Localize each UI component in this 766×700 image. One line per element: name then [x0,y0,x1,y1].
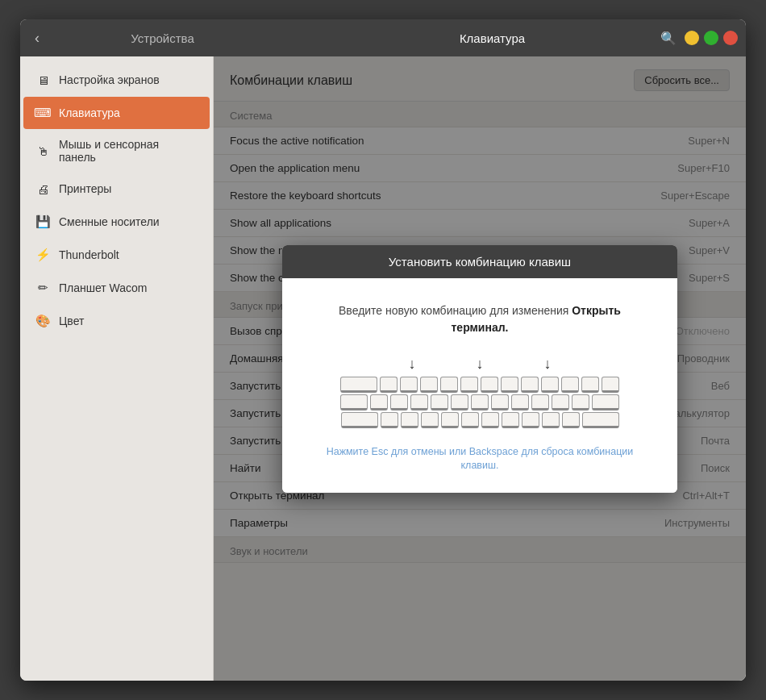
keyboard-icon: ⌨ [35,105,51,121]
close-button[interactable] [723,31,738,45]
modal-overlay: Установить комбинацию клавиш Введите нов… [214,56,746,681]
sidebar-item-color[interactable]: 🎨 Цвет [23,305,210,337]
section-title: Устройства [20,31,327,45]
key-d [410,394,428,410]
key-shift-r [582,412,619,428]
sidebar-label-printer: Принтеры [59,182,111,195]
key-q [380,377,398,393]
sidebar-item-printer[interactable]: 🖨 Принтеры [23,173,210,205]
key-arrows: ↓ ↓ ↓ [409,356,552,373]
key-a [370,394,388,410]
key-n [481,412,499,428]
content-area: Комбинации клавиш Сбросить все... Систем… [214,56,746,681]
key-t [460,377,478,393]
key-rb [602,377,619,393]
key-z [381,412,398,428]
key-v [441,412,459,428]
sidebar-label-thunderbolt: Thunderbolt [59,248,119,261]
removable-icon: 💾 [35,214,51,230]
key-quote [572,394,589,410]
sidebar-label-color: Цвет [59,315,84,327]
keyboard-row-1 [340,377,619,393]
modal-title: Установить комбинацию клавиш [282,245,677,278]
sidebar-label-wacom: Планшет Wacom [59,281,148,294]
key-e [420,377,438,393]
minimize-button[interactable] [685,31,699,45]
titlebar: ‹ Устройства Клавиатура 🔍 [20,19,746,56]
modal-hint: Нажмите Esc для отмены или Backspace для… [311,445,648,473]
key-l [531,394,549,410]
maximize-button[interactable] [704,31,718,45]
key-comma [522,412,539,428]
key-tab [340,377,377,393]
key-b [461,412,479,428]
color-icon: 🎨 [35,313,51,329]
key-i [521,377,539,393]
key-semi [552,394,569,410]
modal-body: Введите новую комбинацию для изменения О… [282,278,677,493]
key-lb [581,377,599,393]
sidebar-item-mouse[interactable]: 🖱 Мышь и сенсорная панель [23,130,210,172]
key-h [471,394,489,410]
sidebar-label-mouse: Мышь и сенсорная панель [59,138,198,164]
key-c [421,412,439,428]
sidebar-label-display: Настройка экранов [59,73,160,86]
arrow-icon-3: ↓ [544,356,552,373]
keyboard-row-2 [340,394,619,410]
key-j [491,394,509,410]
key-period [542,412,560,428]
key-m [502,412,519,428]
sidebar-item-thunderbolt[interactable]: ⚡ Thunderbolt [23,239,210,271]
modal-instruction: Введите новую комбинацию для изменения О… [311,302,648,336]
sidebar-item-wacom[interactable]: ✏ Планшет Wacom [23,272,210,304]
arrow-icon-2: ↓ [477,356,484,373]
key-f [431,394,448,410]
app-window: ‹ Устройства Клавиатура 🔍 🖥 Настройка эк… [20,19,746,681]
display-icon: 🖥 [35,72,51,88]
sidebar-item-removable[interactable]: 💾 Сменные носители [23,206,210,238]
shortcut-dialog: Установить комбинацию клавиш Введите нов… [282,245,677,493]
sidebar-item-display[interactable]: 🖥 Настройка экранов [23,64,210,96]
wacom-icon: ✏ [35,280,51,296]
mouse-icon: 🖱 [35,143,51,159]
sidebar-label-removable: Сменные носители [59,215,160,228]
main-area: 🖥 Настройка экранов ⌨ Клавиатура 🖱 Мышь … [20,56,746,681]
key-r [440,377,458,393]
key-g [451,394,468,410]
sidebar: 🖥 Настройка экранов ⌨ Клавиатура 🖱 Мышь … [20,56,214,681]
key-x [401,412,418,428]
sidebar-item-keyboard[interactable]: ⌨ Клавиатура [23,97,210,129]
keyboard-row-3 [341,412,619,428]
key-k [511,394,529,410]
search-button[interactable]: 🔍 [657,27,680,49]
window-title: Клавиатура [327,31,657,45]
key-y [481,377,498,393]
keyboard-visual: ↓ ↓ ↓ [311,356,648,429]
key-enter [592,394,619,410]
printer-icon: 🖨 [35,181,51,197]
key-shift-l [341,412,378,428]
key-slash [562,412,580,428]
sidebar-label-keyboard: Клавиатура [59,106,120,119]
key-u [501,377,518,393]
window-controls: 🔍 [657,27,738,49]
arrow-icon-1: ↓ [409,356,416,373]
key-caps [340,394,368,410]
key-w [400,377,418,393]
key-o [541,377,559,393]
thunderbolt-icon: ⚡ [35,247,51,263]
key-p [561,377,579,393]
key-s [390,394,408,410]
instruction-prefix: Введите новую комбинацию для изменения [339,304,572,317]
